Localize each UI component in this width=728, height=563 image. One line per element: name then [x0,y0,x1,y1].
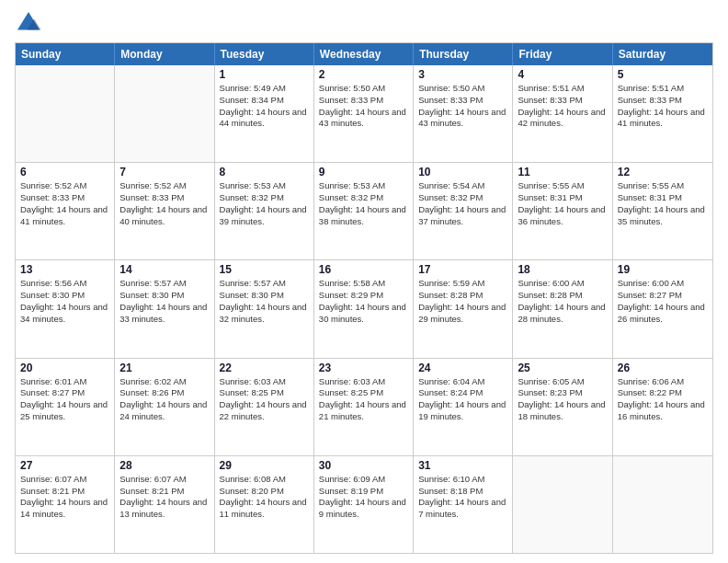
day-number: 29 [220,459,309,472]
calendar-row-2: 13Sunrise: 5:56 AMSunset: 8:30 PMDayligh… [16,259,712,357]
day-number: 17 [418,263,507,276]
calendar-cell: 8Sunrise: 5:53 AMSunset: 8:32 PMDaylight… [215,163,314,259]
calendar-header: SundayMondayTuesdayWednesdayThursdayFrid… [16,43,712,65]
calendar-cell [513,456,612,553]
weekday-header-thursday: Thursday [414,43,513,65]
calendar-cell: 19Sunrise: 6:00 AMSunset: 8:27 PMDayligh… [613,260,712,357]
calendar-cell [613,456,712,553]
calendar-row-0: 1Sunrise: 5:49 AMSunset: 8:34 PMDaylight… [16,65,712,162]
day-info: Sunrise: 5:53 AMSunset: 8:32 PMDaylight:… [220,180,309,227]
calendar-cell: 30Sunrise: 6:09 AMSunset: 8:19 PMDayligh… [314,456,414,553]
day-number: 13 [20,263,109,276]
day-number: 25 [518,362,607,374]
day-number: 2 [319,68,408,81]
day-info: Sunrise: 6:00 AMSunset: 8:28 PMDaylight:… [518,278,607,325]
day-info: Sunrise: 6:04 AMSunset: 8:24 PMDaylight:… [418,376,507,423]
calendar-row-4: 27Sunrise: 6:07 AMSunset: 8:21 PMDayligh… [16,455,712,553]
calendar-cell: 31Sunrise: 6:10 AMSunset: 8:18 PMDayligh… [414,456,513,553]
calendar-cell: 10Sunrise: 5:54 AMSunset: 8:32 PMDayligh… [414,163,513,259]
day-info: Sunrise: 5:56 AMSunset: 8:30 PMDaylight:… [20,278,109,325]
day-info: Sunrise: 5:54 AMSunset: 8:32 PMDaylight:… [418,180,507,227]
calendar-cell: 5Sunrise: 5:51 AMSunset: 8:33 PMDaylight… [613,65,712,162]
day-info: Sunrise: 5:57 AMSunset: 8:30 PMDaylight:… [119,278,209,325]
day-info: Sunrise: 6:00 AMSunset: 8:27 PMDaylight:… [618,278,708,325]
logo [15,9,46,37]
calendar-cell: 20Sunrise: 6:01 AMSunset: 8:27 PMDayligh… [16,359,115,455]
day-info: Sunrise: 6:03 AMSunset: 8:25 PMDaylight:… [319,376,408,423]
day-info: Sunrise: 5:50 AMSunset: 8:33 PMDaylight:… [319,83,408,130]
weekday-header-monday: Monday [115,43,214,65]
calendar-cell: 26Sunrise: 6:06 AMSunset: 8:22 PMDayligh… [613,359,712,455]
day-number: 1 [220,68,309,81]
day-info: Sunrise: 5:50 AMSunset: 8:33 PMDaylight:… [418,83,507,130]
logo-icon [15,9,42,37]
calendar-cell: 6Sunrise: 5:52 AMSunset: 8:33 PMDaylight… [16,163,115,259]
calendar-row-3: 20Sunrise: 6:01 AMSunset: 8:27 PMDayligh… [16,358,712,455]
day-number: 30 [319,459,408,472]
calendar-cell: 21Sunrise: 6:02 AMSunset: 8:26 PMDayligh… [115,359,214,455]
day-info: Sunrise: 6:02 AMSunset: 8:26 PMDaylight:… [119,376,209,423]
day-info: Sunrise: 5:55 AMSunset: 8:31 PMDaylight:… [518,180,607,227]
day-number: 10 [418,166,507,178]
weekday-header-friday: Friday [513,43,612,65]
day-number: 18 [518,263,607,276]
day-info: Sunrise: 6:07 AMSunset: 8:21 PMDaylight:… [20,474,109,521]
day-info: Sunrise: 5:52 AMSunset: 8:33 PMDaylight:… [20,180,109,227]
day-number: 27 [20,459,109,472]
day-number: 19 [618,263,708,276]
calendar-cell: 11Sunrise: 5:55 AMSunset: 8:31 PMDayligh… [513,163,612,259]
header [15,9,713,37]
day-number: 23 [319,362,408,374]
calendar-cell: 27Sunrise: 6:07 AMSunset: 8:21 PMDayligh… [16,456,115,553]
day-number: 11 [518,166,607,178]
day-number: 7 [119,166,209,178]
day-number: 21 [119,362,209,374]
day-info: Sunrise: 5:51 AMSunset: 8:33 PMDaylight:… [518,83,607,130]
day-number: 14 [119,263,209,276]
calendar-cell: 17Sunrise: 5:59 AMSunset: 8:28 PMDayligh… [414,260,513,357]
calendar-cell: 4Sunrise: 5:51 AMSunset: 8:33 PMDaylight… [513,65,612,162]
calendar-cell: 16Sunrise: 5:58 AMSunset: 8:29 PMDayligh… [314,260,414,357]
day-number: 28 [119,459,209,472]
day-info: Sunrise: 5:55 AMSunset: 8:31 PMDaylight:… [618,180,708,227]
weekday-header-saturday: Saturday [613,43,712,65]
calendar-cell: 3Sunrise: 5:50 AMSunset: 8:33 PMDaylight… [414,65,513,162]
calendar: SundayMondayTuesdayWednesdayThursdayFrid… [15,42,713,554]
calendar-cell: 12Sunrise: 5:55 AMSunset: 8:31 PMDayligh… [613,163,712,259]
calendar-cell [16,65,115,162]
calendar-body: 1Sunrise: 5:49 AMSunset: 8:34 PMDaylight… [16,65,712,553]
day-info: Sunrise: 5:58 AMSunset: 8:29 PMDaylight:… [319,278,408,325]
calendar-cell: 24Sunrise: 6:04 AMSunset: 8:24 PMDayligh… [414,359,513,455]
day-info: Sunrise: 6:05 AMSunset: 8:23 PMDaylight:… [518,376,607,423]
calendar-cell: 23Sunrise: 6:03 AMSunset: 8:25 PMDayligh… [314,359,414,455]
day-number: 22 [220,362,309,374]
day-info: Sunrise: 5:57 AMSunset: 8:30 PMDaylight:… [220,278,309,325]
day-number: 4 [518,68,607,81]
calendar-cell: 25Sunrise: 6:05 AMSunset: 8:23 PMDayligh… [513,359,612,455]
day-number: 24 [418,362,507,374]
calendar-cell: 15Sunrise: 5:57 AMSunset: 8:30 PMDayligh… [215,260,314,357]
day-info: Sunrise: 6:10 AMSunset: 8:18 PMDaylight:… [418,474,507,521]
day-number: 31 [418,459,507,472]
weekday-header-tuesday: Tuesday [215,43,314,65]
day-info: Sunrise: 5:49 AMSunset: 8:34 PMDaylight:… [220,83,309,130]
day-number: 9 [319,166,408,178]
calendar-cell: 7Sunrise: 5:52 AMSunset: 8:33 PMDaylight… [115,163,214,259]
day-number: 15 [220,263,309,276]
calendar-cell: 9Sunrise: 5:53 AMSunset: 8:32 PMDaylight… [314,163,414,259]
day-info: Sunrise: 6:09 AMSunset: 8:19 PMDaylight:… [319,474,408,521]
calendar-cell: 13Sunrise: 5:56 AMSunset: 8:30 PMDayligh… [16,260,115,357]
day-number: 26 [618,362,708,374]
calendar-cell: 29Sunrise: 6:08 AMSunset: 8:20 PMDayligh… [215,456,314,553]
weekday-header-sunday: Sunday [16,43,115,65]
day-number: 20 [20,362,109,374]
day-info: Sunrise: 6:03 AMSunset: 8:25 PMDaylight:… [220,376,309,423]
calendar-cell [115,65,214,162]
day-number: 6 [20,166,109,178]
day-number: 3 [418,68,507,81]
day-info: Sunrise: 5:52 AMSunset: 8:33 PMDaylight:… [119,180,209,227]
calendar-cell: 28Sunrise: 6:07 AMSunset: 8:21 PMDayligh… [115,456,214,553]
day-number: 8 [220,166,309,178]
calendar-cell: 18Sunrise: 6:00 AMSunset: 8:28 PMDayligh… [513,260,612,357]
day-info: Sunrise: 6:07 AMSunset: 8:21 PMDaylight:… [119,474,209,521]
